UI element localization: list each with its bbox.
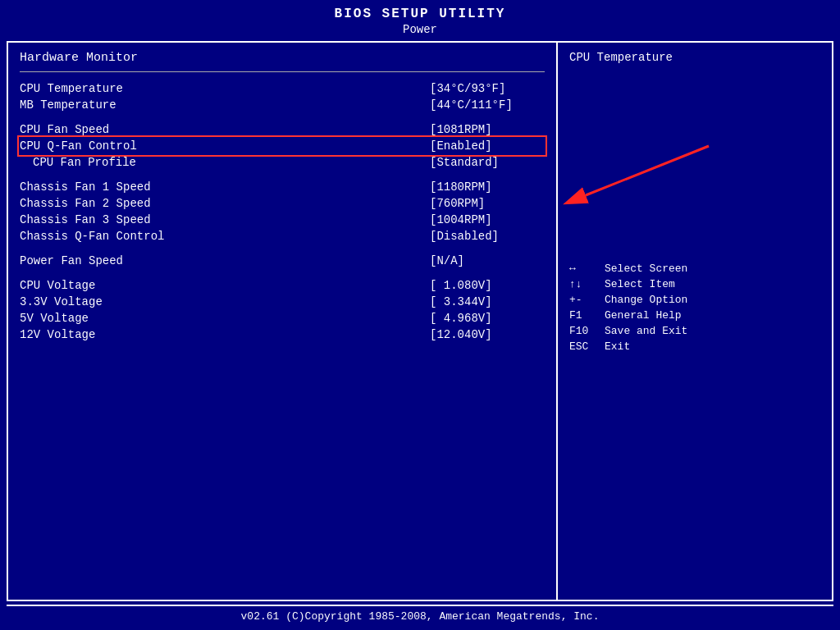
label-cpu-temp: CPU Temperature xyxy=(20,82,430,95)
row-chassis-fan1[interactable]: Chassis Fan 1 Speed [1180RPM] xyxy=(20,179,545,195)
keybind-change-option: +- Change Option xyxy=(569,292,820,308)
key-arrows: ↔ xyxy=(569,262,598,275)
label-cpu-fan-speed: CPU Fan Speed xyxy=(20,123,430,136)
row-5v-voltage[interactable]: 5V Voltage [ 4.968V] xyxy=(20,310,545,326)
desc-exit: Exit xyxy=(605,340,630,353)
value-chassis-qfan: [Disabled] xyxy=(430,230,545,243)
main-title: BIOS SETUP UTILITY xyxy=(0,7,840,21)
left-panel-header: Hardware Monitor xyxy=(20,51,545,65)
row-mb-temp[interactable]: MB Temperature [44°C/111°F] xyxy=(20,97,545,113)
title-bar: BIOS SETUP UTILITY Power xyxy=(0,0,840,38)
label-33v-voltage: 3.3V Voltage xyxy=(20,295,430,308)
label-chassis-fan3: Chassis Fan 3 Speed xyxy=(20,213,430,226)
value-cpu-temp: [34°C/93°F] xyxy=(430,82,545,95)
sub-title: Power xyxy=(0,23,840,36)
right-panel: CPU Temperature ↔ Select Screen ↑↓ Selec… xyxy=(558,43,832,600)
key-f1: F1 xyxy=(569,309,598,322)
label-chassis-qfan: Chassis Q-Fan Control xyxy=(20,230,430,243)
value-cpu-fan-speed: [1081RPM] xyxy=(430,123,545,136)
row-chassis-fan2[interactable]: Chassis Fan 2 Speed [760RPM] xyxy=(20,195,545,212)
value-chassis-fan3: [1004RPM] xyxy=(430,213,545,226)
label-5v-voltage: 5V Voltage xyxy=(20,312,430,325)
row-cpu-temp[interactable]: CPU Temperature [34°C/93°F] xyxy=(20,80,545,97)
label-12v-voltage: 12V Voltage xyxy=(20,328,430,341)
keybind-select-item: ↑↓ Select Item xyxy=(569,276,820,292)
keybind-exit: ESC Exit xyxy=(569,339,820,354)
bios-screen: BIOS SETUP UTILITY Power Hardware Monito… xyxy=(0,0,840,630)
label-cpu-fan-profile: CPU Fan Profile xyxy=(20,156,430,169)
value-chassis-fan1: [1180RPM] xyxy=(430,180,545,194)
label-cpu-qfan: CPU Q-Fan Control xyxy=(20,139,430,153)
row-chassis-qfan[interactable]: Chassis Q-Fan Control [Disabled] xyxy=(20,228,545,244)
value-cpu-voltage: [ 1.080V] xyxy=(430,279,545,292)
row-cpu-qfan[interactable]: CPU Q-Fan Control [Enabled] xyxy=(20,138,545,154)
desc-save-exit: Save and Exit xyxy=(605,325,687,337)
row-power-fan[interactable]: Power Fan Speed [N/A] xyxy=(20,253,545,269)
desc-select-item: Select Item xyxy=(605,278,675,290)
right-panel-header: CPU Temperature xyxy=(569,51,820,64)
row-cpu-voltage[interactable]: CPU Voltage [ 1.080V] xyxy=(20,277,545,294)
divider xyxy=(20,71,545,72)
keybind-save-exit: F10 Save and Exit xyxy=(569,323,820,339)
keybind-table: ↔ Select Screen ↑↓ Select Item +- Change… xyxy=(569,261,820,354)
annotation-arrow xyxy=(545,130,750,236)
desc-select-screen: Select Screen xyxy=(605,262,687,275)
key-updown: ↑↓ xyxy=(569,278,598,290)
row-12v-voltage[interactable]: 12V Voltage [12.040V] xyxy=(20,326,545,343)
row-cpu-fan-profile[interactable]: CPU Fan Profile [Standard] xyxy=(20,154,545,171)
svg-line-1 xyxy=(586,146,709,195)
value-12v-voltage: [12.040V] xyxy=(430,328,545,341)
value-cpu-qfan: [Enabled] xyxy=(430,139,545,153)
value-mb-temp: [44°C/111°F] xyxy=(430,98,545,112)
row-33v-voltage[interactable]: 3.3V Voltage [ 3.344V] xyxy=(20,294,545,310)
footer: v02.61 (C)Copyright 1985-2008, American … xyxy=(7,605,833,627)
value-chassis-fan2: [760RPM] xyxy=(430,197,545,210)
key-f10: F10 xyxy=(569,325,598,337)
key-esc: ESC xyxy=(569,340,598,353)
value-power-fan: [N/A] xyxy=(430,254,545,267)
key-plusminus: +- xyxy=(569,294,598,306)
settings-table: CPU Temperature [34°C/93°F] MB Temperatu… xyxy=(20,80,545,343)
row-cpu-fan-speed[interactable]: CPU Fan Speed [1081RPM] xyxy=(20,121,545,138)
value-5v-voltage: [ 4.968V] xyxy=(430,312,545,325)
value-cpu-fan-profile: [Standard] xyxy=(430,156,545,169)
label-mb-temp: MB Temperature xyxy=(20,98,430,112)
label-power-fan: Power Fan Speed xyxy=(20,254,430,267)
label-chassis-fan2: Chassis Fan 2 Speed xyxy=(20,197,430,210)
content-area: Hardware Monitor CPU Temperature [34°C/9… xyxy=(7,41,833,601)
row-chassis-fan3[interactable]: Chassis Fan 3 Speed [1004RPM] xyxy=(20,212,545,228)
label-cpu-voltage: CPU Voltage xyxy=(20,279,430,292)
label-chassis-fan1: Chassis Fan 1 Speed xyxy=(20,180,430,194)
value-33v-voltage: [ 3.344V] xyxy=(430,295,545,308)
desc-change-option: Change Option xyxy=(605,294,687,306)
keybind-select-screen: ↔ Select Screen xyxy=(569,261,820,276)
keybind-general-help: F1 General Help xyxy=(569,308,820,323)
left-panel: Hardware Monitor CPU Temperature [34°C/9… xyxy=(8,43,558,600)
desc-general-help: General Help xyxy=(605,309,682,322)
